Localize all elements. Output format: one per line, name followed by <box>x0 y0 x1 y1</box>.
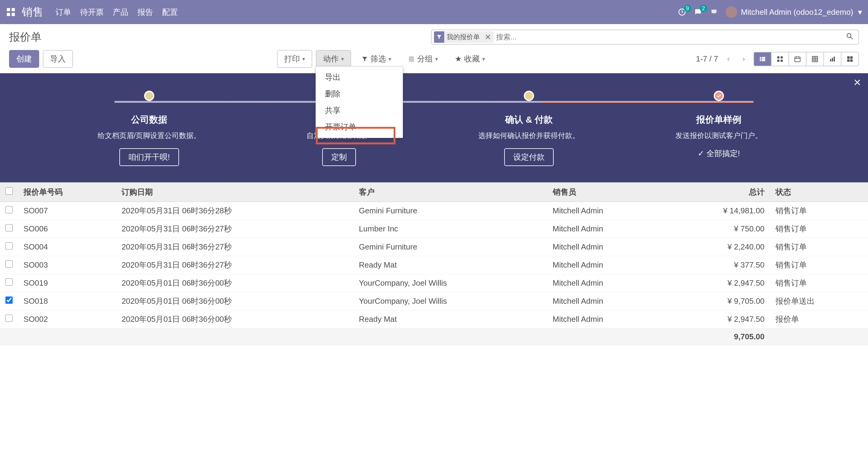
svg-rect-17 <box>777 60 779 62</box>
row-checkbox[interactable] <box>5 315 13 322</box>
menu-orders[interactable]: 订单 <box>56 7 71 18</box>
svg-rect-0 <box>7 8 10 11</box>
import-button[interactable]: 导入 <box>43 50 73 68</box>
search-icon[interactable] <box>843 32 856 42</box>
svg-rect-18 <box>781 60 783 62</box>
search-facet: 我的报价单 ✕ <box>434 31 494 43</box>
cell-total: ¥ 750.00 <box>668 220 770 238</box>
col-date[interactable]: 订购日期 <box>116 183 353 202</box>
cell-quote-no: SO019 <box>18 274 116 292</box>
menu-report[interactable]: 报告 <box>137 7 153 18</box>
row-checkbox[interactable] <box>5 242 13 250</box>
step-title: 公司数据 <box>54 113 244 126</box>
col-quote-no[interactable]: 报价单号码 <box>18 183 116 202</box>
apps-icon[interactable] <box>6 7 16 17</box>
col-salesperson[interactable]: 销售员 <box>547 183 668 202</box>
view-switcher <box>753 52 859 66</box>
view-calendar[interactable] <box>789 53 807 66</box>
step-button-template[interactable]: 定制 <box>322 148 356 166</box>
svg-rect-28 <box>830 59 831 62</box>
row-checkbox[interactable] <box>5 260 13 267</box>
svg-line-10 <box>715 10 717 10</box>
activity-badge: 9 <box>684 5 691 12</box>
top-nav: 销售 订单 待开票 产品 报告 配置 9 2 Mitchell Admin (o… <box>0 0 868 24</box>
cell-date: 2020年05月31日 06时36分27秒 <box>116 256 353 274</box>
svg-rect-31 <box>847 56 849 59</box>
cell-salesperson: Mitchell Admin <box>547 274 668 292</box>
funnel-icon <box>361 56 368 62</box>
cell-date: 2020年05月01日 06时36分00秒 <box>116 274 353 292</box>
menu-to-invoice[interactable]: 待开票 <box>80 7 104 18</box>
col-total[interactable]: 总计 <box>668 183 770 202</box>
menu-products[interactable]: 产品 <box>113 7 128 18</box>
cell-quote-no: SO006 <box>18 220 116 238</box>
pager-prev[interactable]: ‹ <box>724 53 734 65</box>
svg-rect-15 <box>777 56 779 59</box>
cell-total: ¥ 14,981.00 <box>668 202 770 220</box>
row-checkbox[interactable] <box>5 206 13 213</box>
create-button[interactable]: 创建 <box>9 50 39 68</box>
svg-point-13 <box>847 33 851 37</box>
filter-dropdown[interactable]: 筛选 ▾ <box>355 50 398 68</box>
svg-line-12 <box>715 12 717 13</box>
row-checkbox[interactable] <box>5 296 13 304</box>
cell-status: 销售订单 <box>770 256 868 274</box>
table-row[interactable]: SO002 2020年05月01日 06时36分00秒 Ready Mat Mi… <box>0 311 868 328</box>
cell-date: 2020年05月01日 06时36分00秒 <box>116 311 353 328</box>
view-activity[interactable] <box>841 53 858 66</box>
action-export[interactable]: 导出 <box>316 69 403 86</box>
svg-rect-33 <box>847 59 849 62</box>
cell-customer: Ready Mat <box>353 311 547 328</box>
print-label: 打印 <box>284 54 300 64</box>
search-input[interactable] <box>494 32 843 42</box>
quotations-table: 报价单号码 订购日期 客户 销售员 总计 状态 SO007 2020年05月31… <box>0 182 868 345</box>
action-dropdown[interactable]: 动作▾ <box>316 50 351 68</box>
view-pivot[interactable] <box>807 53 824 66</box>
cell-status: 报价单送出 <box>770 292 868 311</box>
table-row[interactable]: SO007 2020年05月31日 06时36分28秒 Gemini Furni… <box>0 202 868 220</box>
cell-status: 销售订单 <box>770 274 868 292</box>
onboarding-step-1: 公司数据 给文档页眉/页脚设置公司数据。 咱们开干呗! <box>54 91 244 166</box>
activity-icon[interactable]: 9 <box>678 8 686 16</box>
search-box[interactable]: 我的报价单 ✕ <box>431 30 859 44</box>
debug-icon[interactable] <box>710 7 718 18</box>
table-row[interactable]: SO006 2020年05月31日 06时36分27秒 Lumber Inc M… <box>0 220 868 238</box>
action-share[interactable]: 共享 <box>316 102 403 119</box>
highlight-box <box>316 127 396 144</box>
svg-rect-30 <box>834 57 835 62</box>
app-name[interactable]: 销售 <box>22 5 43 20</box>
action-delete[interactable]: 删除 <box>316 86 403 102</box>
svg-rect-2 <box>7 13 10 16</box>
table-row[interactable]: SO004 2020年05月31日 06时36分27秒 Gemini Furni… <box>0 238 868 256</box>
view-kanban[interactable] <box>772 53 789 66</box>
row-checkbox[interactable] <box>5 279 13 286</box>
cell-customer: Gemini Furniture <box>353 202 547 220</box>
user-menu[interactable]: Mitchell Admin (odoo12_edemo) ▾ <box>726 6 862 18</box>
menu-config[interactable]: 配置 <box>162 7 178 18</box>
chat-icon[interactable]: 2 <box>694 8 702 16</box>
pager-next[interactable]: › <box>739 53 749 65</box>
cell-quote-no: SO002 <box>18 311 116 328</box>
select-all-checkbox[interactable] <box>5 188 13 195</box>
facet-remove[interactable]: ✕ <box>482 33 494 42</box>
col-status[interactable]: 状态 <box>770 183 868 202</box>
svg-rect-23 <box>812 56 818 62</box>
view-graph[interactable] <box>824 53 841 66</box>
step-circle <box>144 91 154 101</box>
cell-date: 2020年05月01日 06时36分00秒 <box>116 292 353 311</box>
cell-status: 销售订单 <box>770 202 868 220</box>
action-dropdown-menu: 导出 删除 共享 开票订单 <box>315 66 403 138</box>
view-list[interactable] <box>754 53 772 66</box>
table-row[interactable]: SO018 2020年05月01日 06时36分00秒 YourCompany,… <box>0 292 868 311</box>
print-dropdown[interactable]: 打印▾ <box>277 50 312 68</box>
row-checkbox[interactable] <box>5 224 13 231</box>
svg-line-9 <box>712 10 713 10</box>
group-dropdown[interactable]: 分组 ▾ <box>401 50 444 68</box>
step-button-company[interactable]: 咱们开干呗! <box>119 148 179 166</box>
table-row[interactable]: SO003 2020年05月31日 06时36分27秒 Ready Mat Mi… <box>0 256 868 274</box>
table-row[interactable]: SO019 2020年05月01日 06时36分00秒 YourCompany,… <box>0 274 868 292</box>
favorite-dropdown[interactable]: ★ 收藏 ▾ <box>448 50 492 68</box>
onboarding-step-4: 报价单样例 发送报价以测试客户门户。 ✓ 全部搞定! <box>624 91 814 166</box>
col-customer[interactable]: 客户 <box>353 183 547 202</box>
step-button-payment[interactable]: 设定付款 <box>504 148 554 166</box>
